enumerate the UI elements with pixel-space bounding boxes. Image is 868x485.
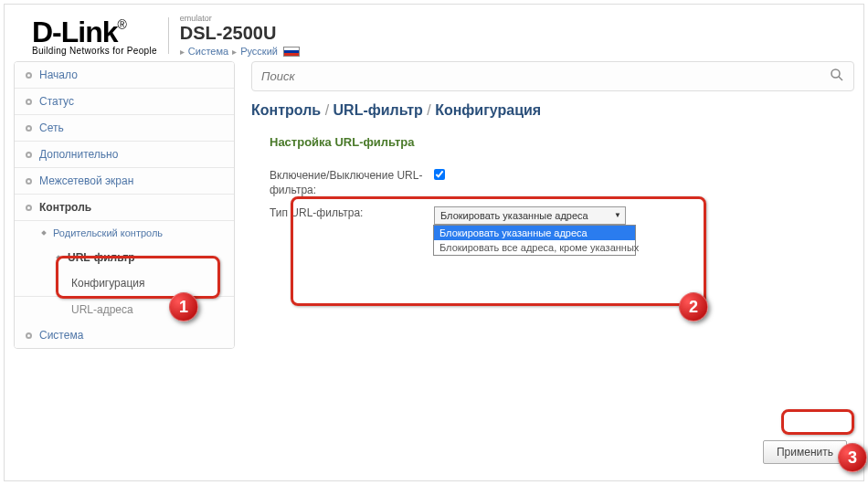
flag-icon-russia xyxy=(283,47,300,57)
enable-checkbox[interactable] xyxy=(434,169,445,180)
breadcrumb-a: Контроль xyxy=(251,102,321,118)
bullet-icon xyxy=(26,125,32,132)
breadcrumb-b: URL-фильтр xyxy=(333,102,423,118)
bullet-icon xyxy=(56,255,61,260)
sidebar-item-url-filter[interactable]: URL-фильтр xyxy=(15,245,234,270)
type-label: Тип URL-фильтра: xyxy=(270,206,434,221)
bullet-icon xyxy=(26,178,32,185)
filter-type-select[interactable]: Блокировать указанные адреса xyxy=(434,206,626,225)
sidebar-item-label: Межсетевой экран xyxy=(39,174,133,187)
search-input[interactable] xyxy=(261,69,830,83)
emulator-label: emulator xyxy=(180,14,300,23)
model-label: DSL-2500U xyxy=(180,23,300,44)
breadcrumb-sep: / xyxy=(427,102,435,118)
logo-registered: ® xyxy=(118,17,127,32)
sidebar-item-control[interactable]: Контроль xyxy=(15,195,234,221)
sidebar-item-label: URL-фильтр xyxy=(68,251,135,264)
sidebar-item-network[interactable]: Сеть xyxy=(15,115,234,142)
main-content: Контроль / URL-фильтр / Конфигурация Нас… xyxy=(235,61,854,349)
section-title: Настройка URL-фильтра xyxy=(251,135,854,149)
bullet-icon xyxy=(26,99,32,105)
arrow-icon: ▸ xyxy=(232,47,237,57)
logo-brand: D-Link xyxy=(32,16,118,49)
breadcrumb-c: Конфигурация xyxy=(435,102,541,118)
sidebar-item-parental[interactable]: Родительский контроль xyxy=(15,221,234,245)
logo: D-Link ® Building Networks for People xyxy=(32,16,157,56)
logo-tagline: Building Networks for People xyxy=(32,46,157,56)
sidebar: Начало Статус Сеть Дополнительно Межсете… xyxy=(14,61,235,349)
sidebar-item-label: Контроль xyxy=(39,201,91,214)
dropdown-option[interactable]: Блокировать все адреса, кроме указанных xyxy=(434,240,635,255)
breadcrumb: Контроль / URL-фильтр / Конфигурация xyxy=(251,102,854,119)
search-box[interactable] xyxy=(251,61,854,91)
bullet-icon xyxy=(26,72,32,79)
sidebar-item-additional[interactable]: Дополнительно xyxy=(15,142,234,168)
svg-point-0 xyxy=(831,69,840,78)
system-link[interactable]: Система xyxy=(188,46,228,57)
header: D-Link ® Building Networks for People em… xyxy=(5,5,863,61)
bullet-icon xyxy=(26,332,32,339)
annotation-badge-2: 2 xyxy=(679,292,708,322)
sidebar-item-status[interactable]: Статус xyxy=(15,89,234,115)
dropdown-option[interactable]: Блокировать указанные адреса xyxy=(434,226,635,240)
sidebar-item-label: Начало xyxy=(39,69,78,81)
bullet-icon xyxy=(26,205,32,211)
sidebar-item-home[interactable]: Начало xyxy=(15,62,234,89)
sidebar-item-label: Родительский контроль xyxy=(53,227,163,238)
sidebar-item-label: Конфигурация xyxy=(71,277,145,290)
select-value: Блокировать указанные адреса xyxy=(440,210,588,221)
language-link[interactable]: Русский xyxy=(240,46,278,57)
svg-line-1 xyxy=(839,77,842,80)
apply-button[interactable]: Применить xyxy=(763,440,847,464)
filter-type-dropdown: Блокировать указанные адреса Блокировать… xyxy=(433,225,636,256)
sidebar-item-system[interactable]: Система xyxy=(15,322,234,348)
header-breadcrumb: ▸ Система ▸ Русский xyxy=(180,46,300,57)
sidebar-item-configuration[interactable]: Конфигурация xyxy=(15,270,234,297)
annotation-badge-3: 3 xyxy=(838,443,867,472)
annotation-box-3 xyxy=(781,409,854,435)
sidebar-item-label: Система xyxy=(39,329,83,342)
enable-label: Включение/Выключение URL-фильтра: xyxy=(270,169,434,197)
annotation-badge-1: 1 xyxy=(169,292,198,322)
sidebar-item-label: URL-адреса xyxy=(71,303,133,316)
sidebar-item-label: Статус xyxy=(39,95,74,108)
header-divider xyxy=(168,17,169,54)
bullet-icon xyxy=(41,230,47,236)
search-icon[interactable] xyxy=(830,68,844,85)
breadcrumb-sep: / xyxy=(325,102,333,118)
sidebar-item-url-addresses[interactable]: URL-адреса xyxy=(15,297,234,322)
form-area: Включение/Выключение URL-фильтра: Тип UR… xyxy=(251,160,854,243)
arrow-icon: ▸ xyxy=(180,47,185,57)
bullet-icon xyxy=(26,152,32,158)
sidebar-item-label: Сеть xyxy=(39,121,64,134)
sidebar-item-label: Дополнительно xyxy=(39,148,118,161)
sidebar-item-firewall[interactable]: Межсетевой экран xyxy=(15,168,234,195)
